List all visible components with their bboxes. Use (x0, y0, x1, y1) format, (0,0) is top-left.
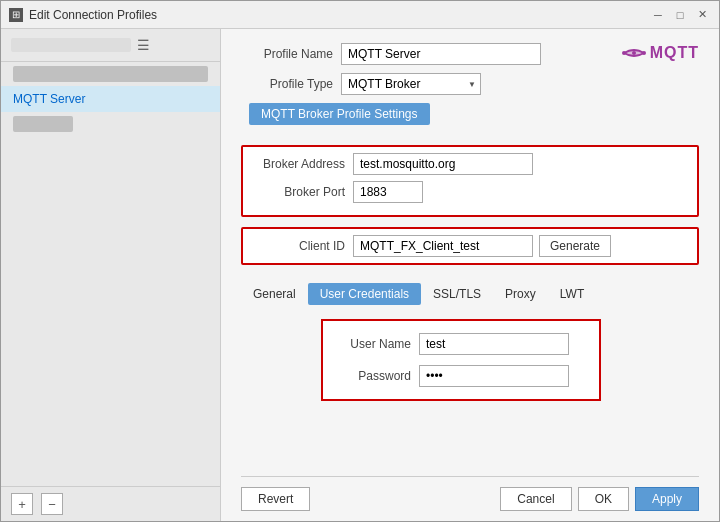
titlebar-controls: ─ □ ✕ (649, 6, 711, 24)
credentials-panel: User Name Password (321, 319, 601, 401)
main-content: ☰ MQTT Server + − (1, 29, 719, 521)
profile-name-input[interactable] (341, 43, 541, 65)
broker-settings-outline: Broker Address Broker Port (241, 145, 699, 217)
svg-point-0 (622, 51, 626, 55)
sidebar-blurred-item-1 (13, 66, 208, 82)
right-buttons: Cancel OK Apply (500, 487, 699, 511)
generate-button[interactable]: Generate (539, 235, 611, 257)
section-heading-label: MQTT Broker Profile Settings (261, 107, 418, 121)
profile-name-label: Profile Name (241, 47, 341, 61)
section-heading-button[interactable]: MQTT Broker Profile Settings (249, 103, 430, 125)
chevron-down-icon: ▼ (468, 80, 476, 89)
cancel-button[interactable]: Cancel (500, 487, 571, 511)
client-id-input[interactable] (353, 235, 533, 257)
section-heading-area: MQTT Broker Profile Settings (249, 103, 699, 135)
username-label: User Name (339, 337, 419, 351)
tabs: General User Credentials SSL/TLS Proxy L… (241, 283, 699, 305)
sidebar-item-mqtt-server[interactable]: MQTT Server (1, 86, 220, 112)
client-id-label: Client ID (253, 239, 353, 253)
window-title: Edit Connection Profiles (29, 8, 649, 22)
password-row: Password (339, 365, 583, 387)
generate-label: Generate (550, 239, 600, 253)
tab-proxy[interactable]: Proxy (493, 283, 548, 305)
svg-point-2 (632, 51, 636, 55)
client-id-row: Client ID Generate (253, 235, 687, 257)
password-label: Password (339, 369, 419, 383)
tab-lwt[interactable]: LWT (548, 283, 596, 305)
revert-label: Revert (258, 492, 293, 506)
broker-address-row: Broker Address (253, 153, 687, 175)
sidebar-header: ☰ (1, 29, 220, 62)
sidebar-item-label: MQTT Server (13, 92, 85, 106)
mqtt-logo-text: MQTT (650, 44, 699, 62)
username-row: User Name (339, 333, 583, 355)
sidebar: ☰ MQTT Server + − (1, 29, 221, 521)
tab-lwt-label: LWT (560, 287, 584, 301)
ok-label: OK (595, 492, 612, 506)
mqtt-logo-icon (622, 43, 646, 63)
add-profile-button[interactable]: + (11, 493, 33, 515)
sidebar-blurred-item-2 (13, 116, 73, 132)
broker-port-row: Broker Port (253, 181, 687, 203)
sidebar-items: MQTT Server (1, 62, 220, 486)
tab-user-credentials-label: User Credentials (320, 287, 409, 301)
profile-type-label: Profile Type (241, 77, 341, 91)
client-id-outline: Client ID Generate (241, 227, 699, 265)
revert-button[interactable]: Revert (241, 487, 310, 511)
titlebar: ⊞ Edit Connection Profiles ─ □ ✕ (1, 1, 719, 29)
tab-user-credentials[interactable]: User Credentials (308, 283, 421, 305)
right-panel: MQTT Profile Name Profile Type MQTT Brok… (221, 29, 719, 521)
main-window: ⊞ Edit Connection Profiles ─ □ ✕ ☰ MQTT … (0, 0, 720, 522)
username-input[interactable] (419, 333, 569, 355)
profile-type-value: MQTT Broker (348, 77, 464, 91)
remove-profile-button[interactable]: − (41, 493, 63, 515)
sidebar-menu-icon: ☰ (137, 37, 150, 53)
broker-address-label: Broker Address (253, 157, 353, 171)
close-button[interactable]: ✕ (693, 6, 711, 24)
minimize-button[interactable]: ─ (649, 6, 667, 24)
window-icon: ⊞ (9, 8, 23, 22)
mqtt-logo-area: MQTT (622, 43, 699, 63)
tab-proxy-label: Proxy (505, 287, 536, 301)
apply-label: Apply (652, 492, 682, 506)
maximize-button[interactable]: □ (671, 6, 689, 24)
cancel-label: Cancel (517, 492, 554, 506)
password-input[interactable] (419, 365, 569, 387)
broker-address-input[interactable] (353, 153, 533, 175)
add-icon: + (18, 497, 26, 512)
right-panel-inner: MQTT Profile Name Profile Type MQTT Brok… (241, 43, 699, 511)
tab-ssl-tls-label: SSL/TLS (433, 287, 481, 301)
profile-type-dropdown[interactable]: MQTT Broker ▼ (341, 73, 481, 95)
apply-button[interactable]: Apply (635, 487, 699, 511)
ok-button[interactable]: OK (578, 487, 629, 511)
sidebar-footer: + − (1, 486, 220, 521)
profile-type-row: Profile Type MQTT Broker ▼ (241, 73, 699, 95)
bottom-bar: Revert Cancel OK Apply (241, 476, 699, 511)
tab-ssl-tls[interactable]: SSL/TLS (421, 283, 493, 305)
remove-icon: − (48, 497, 56, 512)
broker-port-label: Broker Port (253, 185, 353, 199)
sidebar-search-blur (11, 38, 131, 52)
tab-general[interactable]: General (241, 283, 308, 305)
svg-point-1 (642, 51, 646, 55)
tab-general-label: General (253, 287, 296, 301)
broker-port-input[interactable] (353, 181, 423, 203)
